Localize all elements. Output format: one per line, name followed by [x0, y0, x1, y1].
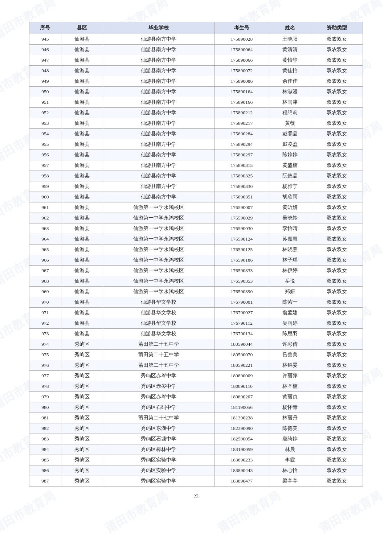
table-cell-22-2: 仙游第一中学永鸿校区	[103, 266, 214, 276]
table-row: 971仙游县仙游县华文学校176790027詹孟婕双农双女	[29, 308, 363, 318]
table-cell-5-4: 林淑漫	[269, 87, 311, 97]
table-cell-7-0: 952	[29, 108, 61, 118]
data-table: 序号 县区 毕业学校 考生号 姓名 资助类型 945仙游县仙游县南方中学1758…	[29, 22, 363, 487]
table-cell-35-2: 秀屿区石码中学	[103, 402, 214, 413]
col-header-district: 县区	[61, 22, 103, 34]
table-cell-39-1: 秀屿区	[61, 444, 103, 455]
table-row: 982秀屿区秀屿区东湖中学182390090陈德美双农双女	[29, 423, 363, 434]
table-row: 970仙游县仙游县华文学校176790001陈紫一双农双女	[29, 297, 363, 308]
table-cell-8-2: 仙游县南方中学	[103, 118, 214, 129]
table-cell-9-5: 双农双女	[311, 129, 363, 139]
table-row: 984秀屿区秀屿区樟林中学183190059林晨双农双女	[29, 444, 363, 455]
table-row: 957仙游县仙游县南方中学175890315黄盛楠双农双女	[29, 160, 363, 171]
table-cell-17-0: 962	[29, 213, 61, 223]
table-row: 966仙游县仙游第一中学永鸿校区176590186林子瑶双农双女	[29, 255, 363, 266]
table-cell-32-2: 秀屿区赤岑中学	[103, 371, 214, 381]
table-row: 967仙游县仙游第一中学永鸿校区176590333林伊婷双农双女	[29, 266, 363, 276]
table-cell-11-3: 175890297	[214, 150, 269, 160]
table-cell-10-5: 双农双女	[311, 139, 363, 150]
table-row: 973仙游县仙游县华文学校176790134陈思羽双农双女	[29, 329, 363, 339]
table-cell-10-2: 仙游县南方中学	[103, 139, 214, 150]
table-cell-24-0: 969	[29, 287, 61, 297]
table-cell-34-1: 秀屿区	[61, 392, 103, 402]
table-cell-10-0: 955	[29, 139, 61, 150]
table-cell-13-4: 阮依晶	[269, 171, 311, 181]
table-cell-6-4: 林闽津	[269, 97, 311, 108]
table-row: 945仙游县仙游县南方中学175890028王晓阳双农双女	[29, 34, 363, 45]
table-cell-37-3: 182390090	[214, 423, 269, 434]
table-cell-30-1: 秀屿区	[61, 350, 103, 360]
table-row: 946仙游县仙游县南方中学175890064黄清清双农双女	[29, 45, 363, 55]
table-row: 975秀屿区莆田第二十五中学180590070吕善美双农双女	[29, 350, 363, 360]
table-row: 981秀屿区莆田第二十七中学181390238林丽丹双农双女	[29, 413, 363, 423]
table-cell-8-1: 仙游县	[61, 118, 103, 129]
table-cell-38-3: 182590054	[214, 434, 269, 444]
table-cell-36-0: 981	[29, 413, 61, 423]
table-cell-3-1: 仙游县	[61, 66, 103, 76]
table-cell-5-0: 950	[29, 87, 61, 97]
table-cell-30-4: 吕善美	[269, 350, 311, 360]
table-cell-9-1: 仙游县	[61, 129, 103, 139]
table-cell-35-4: 杨怀青	[269, 402, 311, 413]
table-cell-28-2: 仙游县华文学校	[103, 329, 214, 339]
table-row: 964仙游县仙游第一中学永鸿校区176590124苏嘉慧双农双女	[29, 234, 363, 245]
table-cell-19-0: 964	[29, 234, 61, 245]
table-cell-2-0: 947	[29, 55, 61, 66]
table-cell-26-1: 仙游县	[61, 308, 103, 318]
table-row: 951仙游县仙游县南方中学175890166林闽津双农双女	[29, 97, 363, 108]
table-cell-16-1: 仙游县	[61, 202, 103, 213]
table-cell-6-2: 仙游县南方中学	[103, 97, 214, 108]
table-cell-14-2: 仙游县南方中学	[103, 181, 214, 192]
table-cell-20-5: 双农双女	[311, 245, 363, 255]
table-cell-2-3: 175890066	[214, 55, 269, 66]
table-row: 952仙游县仙游县南方中学175890212程绵莉双农双女	[29, 108, 363, 118]
table-cell-23-5: 双农双女	[311, 276, 363, 287]
col-header-name: 姓名	[269, 22, 311, 34]
table-cell-17-4: 吴晓铃	[269, 213, 311, 223]
table-row: 949仙游县仙游县南方中学175890086余佳佳双农双女	[29, 76, 363, 87]
table-row: 962仙游县仙游第一中学永鸿校区176590029吴晓铃双农双女	[29, 213, 363, 223]
table-row: 987秀屿区秀屿区实验中学183890477梁亭亭双农双女	[29, 476, 363, 487]
table-cell-41-0: 986	[29, 465, 61, 476]
table-cell-6-1: 仙游县	[61, 97, 103, 108]
table-cell-0-0: 945	[29, 34, 61, 45]
table-row: 985秀屿区秀屿区实验中学183890233李霆双农双女	[29, 455, 363, 465]
table-cell-38-0: 983	[29, 434, 61, 444]
table-cell-36-1: 秀屿区	[61, 413, 103, 423]
table-cell-17-1: 仙游县	[61, 213, 103, 223]
table-cell-42-2: 秀屿区实验中学	[103, 476, 214, 487]
table-cell-9-4: 戴雯晶	[269, 129, 311, 139]
table-cell-0-1: 仙游县	[61, 34, 103, 45]
table-cell-27-4: 吴雨婷	[269, 318, 311, 329]
table-cell-24-5: 双农双女	[311, 287, 363, 297]
table-cell-30-2: 莆田第二十五中学	[103, 350, 214, 360]
table-cell-18-5: 双农双女	[311, 223, 363, 234]
table-header-row: 序号 县区 毕业学校 考生号 姓名 资助类型	[29, 22, 363, 34]
table-cell-4-5: 双农双女	[311, 76, 363, 87]
table-cell-12-3: 175890315	[214, 160, 269, 171]
table-cell-30-5: 双农双女	[311, 350, 363, 360]
table-cell-29-0: 974	[29, 339, 61, 350]
table-cell-21-0: 966	[29, 255, 61, 266]
table-cell-34-0: 979	[29, 392, 61, 402]
table-cell-27-3: 176790112	[214, 318, 269, 329]
table-cell-22-4: 林伊婷	[269, 266, 311, 276]
table-cell-40-0: 985	[29, 455, 61, 465]
table-cell-33-4: 林圣楠	[269, 381, 311, 392]
table-cell-33-2: 秀屿区赤岑中学	[103, 381, 214, 392]
table-row: 954仙游县仙游县南方中学175890284戴雯晶双农双女	[29, 129, 363, 139]
table-cell-25-0: 970	[29, 297, 61, 308]
table-cell-9-0: 954	[29, 129, 61, 139]
table-cell-35-1: 秀屿区	[61, 402, 103, 413]
table-cell-19-4: 苏嘉慧	[269, 234, 311, 245]
table-cell-1-1: 仙游县	[61, 45, 103, 55]
table-cell-13-1: 仙游县	[61, 171, 103, 181]
table-row: 965仙游县仙游第一中学永鸿校区176590125林晓燕双农双女	[29, 245, 363, 255]
table-cell-32-5: 双农双女	[311, 371, 363, 381]
table-cell-12-0: 957	[29, 160, 61, 171]
table-cell-21-4: 林子瑶	[269, 255, 311, 266]
table-cell-19-3: 176590124	[214, 234, 269, 245]
table-cell-23-3: 176590353	[214, 276, 269, 287]
col-header-type: 资助类型	[311, 22, 363, 34]
table-cell-4-0: 949	[29, 76, 61, 87]
